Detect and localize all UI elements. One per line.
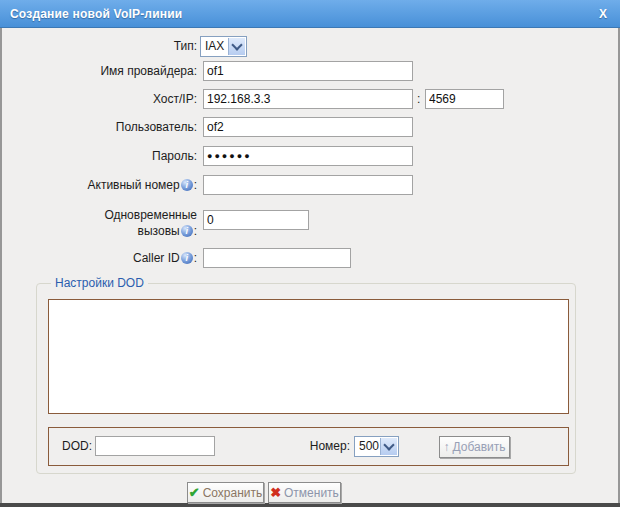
close-icon[interactable]: X (599, 7, 607, 21)
caller-id-input[interactable] (203, 248, 351, 268)
dod-settings-legend: Настройки DOD (51, 276, 148, 290)
x-icon: ✖ (270, 486, 281, 499)
active-number-label: Активный номерi: (0, 178, 197, 193)
check-icon: ✔ (189, 486, 200, 499)
host-port-separator: : (417, 92, 420, 106)
cancel-button[interactable]: ✖ Отменить (268, 482, 341, 503)
dod-add-bar: DOD: Номер: 500 ↑Добавить (48, 427, 569, 466)
caller-id-label: Caller IDi: (0, 251, 197, 266)
dod-list[interactable] (48, 299, 569, 414)
number-select[interactable]: 500 (354, 436, 399, 457)
dod-settings-group: Настройки DOD DOD: Номер: 500 ↑Добавить (36, 283, 576, 474)
type-select[interactable]: IAX (200, 36, 247, 57)
number-select-value: 500 (359, 439, 379, 453)
active-number-input[interactable] (203, 175, 413, 195)
password-label: Пароль: (0, 149, 197, 164)
chevron-down-icon[interactable] (228, 38, 245, 55)
port-input[interactable] (425, 89, 504, 109)
simultaneous-calls-input[interactable] (203, 210, 309, 230)
up-arrow-icon: ↑ (443, 440, 449, 454)
type-select-value: IAX (205, 39, 224, 53)
dialog-title: Создание новой VoIP-линии (10, 7, 182, 21)
host-ip-label: Хост/IP: (0, 92, 197, 107)
simultaneous-calls-label: Одновременные вызовыi: (0, 207, 197, 239)
create-voip-line-dialog: Создание новой VoIP-линии X Тип: IAX Имя… (0, 0, 620, 507)
dialog-titlebar[interactable]: Создание новой VoIP-линии X (0, 0, 620, 28)
provider-name-label: Имя провайдера: (0, 64, 197, 79)
save-button[interactable]: ✔ Сохранить (187, 482, 264, 503)
add-dod-button[interactable]: ↑Добавить (439, 436, 510, 458)
info-icon[interactable]: i (181, 252, 193, 264)
info-icon[interactable]: i (181, 225, 193, 237)
window-edge-bottom (0, 503, 620, 507)
dod-input[interactable] (95, 436, 215, 456)
user-label: Пользователь: (0, 120, 197, 135)
number-label: Номер: (297, 439, 350, 453)
password-input[interactable] (203, 146, 413, 166)
provider-name-input[interactable] (203, 61, 413, 81)
user-input[interactable] (203, 117, 413, 137)
info-icon[interactable]: i (181, 179, 193, 191)
dod-label: DOD: (62, 439, 92, 453)
host-ip-input[interactable] (203, 89, 413, 109)
chevron-down-icon[interactable] (380, 438, 397, 455)
type-label: Тип: (0, 39, 197, 54)
